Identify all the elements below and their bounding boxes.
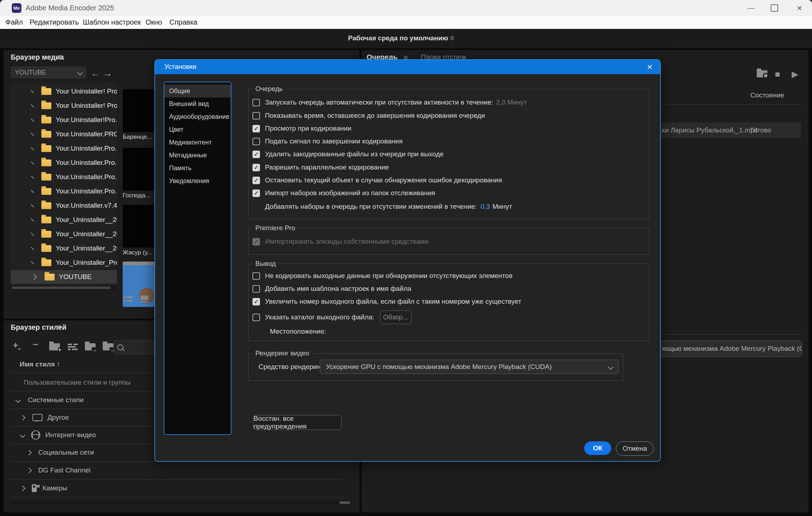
chevron-right-icon[interactable] bbox=[31, 189, 34, 193]
chevron-right-icon[interactable] bbox=[26, 450, 32, 455]
tree-row[interactable]: Your.Uninstaller.Pro.v7 bbox=[11, 170, 117, 184]
preset-settings-button[interactable] bbox=[68, 343, 78, 350]
category-memory[interactable]: Память bbox=[164, 162, 231, 174]
menu-help[interactable]: Справка bbox=[169, 18, 197, 26]
checkbox-row[interactable]: ✓ Разрешить параллельное кодирование bbox=[252, 162, 389, 173]
scrollbar-thumb[interactable] bbox=[12, 287, 111, 289]
checkbox-checked-icon[interactable]: ✓ bbox=[252, 125, 260, 132]
list-view-button[interactable] bbox=[123, 295, 133, 302]
stop-queue-button[interactable]: ■ bbox=[775, 69, 780, 79]
watch-folder-settings-button[interactable] bbox=[757, 70, 767, 77]
chevron-right-icon[interactable] bbox=[31, 232, 34, 236]
tree-row[interactable]: Your.Uninstaller!Pro.v7 bbox=[11, 113, 117, 127]
tree-row[interactable]: Your_Uninstaller_Pro_ bbox=[11, 256, 117, 269]
checkbox-unchecked-icon[interactable] bbox=[252, 285, 260, 293]
preset-row[interactable]: DG Fast Channel bbox=[0, 462, 359, 479]
chevron-right-icon[interactable] bbox=[31, 204, 34, 207]
remove-preset-button[interactable]: − bbox=[33, 339, 38, 350]
tree-row[interactable]: Your.Uninstaller.Pro.v7 bbox=[11, 156, 117, 170]
category-notifications[interactable]: Уведомления bbox=[164, 174, 231, 187]
category-metadata[interactable]: Метаданные bbox=[164, 149, 231, 162]
tree-row[interactable]: Your.Uninstaller.PRO.2 bbox=[11, 127, 117, 141]
checkbox-row[interactable]: Показывать время, оставшееся до завершен… bbox=[252, 110, 485, 121]
checkbox-checked-icon[interactable]: ✓ bbox=[252, 298, 260, 305]
category-color[interactable]: Цвет bbox=[164, 123, 231, 136]
export-preset-button[interactable]: → bbox=[103, 343, 113, 350]
cancel-button[interactable]: Отмена bbox=[616, 441, 654, 456]
chevron-right-icon[interactable] bbox=[20, 415, 26, 420]
menu-preset[interactable]: Шаблон настроек bbox=[83, 18, 141, 26]
forward-button[interactable]: → bbox=[103, 68, 112, 79]
checkbox-row[interactable]: ✓ Остановить текущий объект в случае обн… bbox=[252, 175, 502, 186]
scrollbar-thumb[interactable] bbox=[339, 501, 350, 504]
category-audio-hardware[interactable]: Аудиооборудование bbox=[164, 110, 231, 123]
chevron-right-icon[interactable] bbox=[31, 90, 34, 93]
checkbox-unchecked-icon[interactable] bbox=[252, 112, 260, 120]
chevron-right-icon[interactable] bbox=[26, 467, 32, 473]
back-button[interactable]: ← bbox=[91, 68, 100, 79]
menu-edit[interactable]: Редактировать bbox=[30, 18, 79, 26]
minimize-button[interactable]: — bbox=[740, 0, 762, 16]
browse-button[interactable]: Обзор... bbox=[380, 310, 412, 324]
chevron-down-icon[interactable] bbox=[20, 432, 26, 438]
checkbox-checked-icon[interactable]: ✓ bbox=[252, 151, 260, 158]
checkbox-unchecked-icon[interactable] bbox=[252, 272, 260, 280]
thumbnail-view-button[interactable] bbox=[141, 295, 148, 302]
media-thumbnail[interactable]: Баренце... bbox=[123, 89, 155, 141]
tree-row[interactable]: Your_Uninstaller__200 bbox=[11, 242, 117, 255]
chevron-right-icon[interactable] bbox=[31, 161, 34, 164]
status-column-header[interactable]: Состояние bbox=[750, 91, 784, 99]
category-media[interactable]: Медиаконтент bbox=[164, 136, 231, 149]
dialog-title-bar[interactable]: Установки ✕ bbox=[155, 60, 660, 74]
tree-row[interactable]: Your_Uninstaller__200 bbox=[11, 213, 117, 227]
preset-browser-menu-icon[interactable]: ≡ bbox=[57, 323, 61, 331]
start-queue-button[interactable]: ▶ bbox=[792, 69, 798, 79]
import-preset-button[interactable]: → bbox=[85, 343, 96, 350]
checkbox-row[interactable]: ✓ Просмотр при кодировании bbox=[252, 123, 351, 134]
media-thumbnail[interactable]: Жасур (у... bbox=[123, 205, 155, 256]
new-group-button[interactable]: + bbox=[49, 343, 60, 350]
chevron-right-icon[interactable] bbox=[31, 175, 34, 178]
checkbox-row[interactable]: Запускать очередь автоматически при отсу… bbox=[252, 97, 527, 108]
workspace-menu-icon[interactable]: ≡ bbox=[450, 34, 454, 42]
chevron-right-icon[interactable] bbox=[31, 147, 34, 150]
media-source-dropdown[interactable]: YOUTUBE bbox=[11, 66, 86, 79]
checkbox-row[interactable]: ✓ Удалить закодированные файлы из очеред… bbox=[252, 149, 444, 160]
output-directory-row[interactable]: Указать каталог выходного файла: Обзор..… bbox=[252, 310, 412, 324]
tree-row[interactable]: Your_Uninstaller__200 bbox=[11, 227, 117, 241]
chevron-right-icon[interactable] bbox=[31, 274, 37, 280]
add-preset-button[interactable]: +▾ bbox=[13, 340, 20, 351]
checkbox-checked-icon[interactable]: ✓ bbox=[252, 189, 260, 197]
watch-interval-value[interactable]: 0,3 bbox=[480, 203, 490, 211]
chevron-down-icon[interactable] bbox=[15, 397, 21, 403]
tree-row[interactable]: Your Uninstaller! Pro 7 bbox=[11, 85, 117, 98]
chevron-right-icon[interactable] bbox=[31, 247, 34, 250]
checkbox-row[interactable]: Не кодировать выходные данные при обнару… bbox=[252, 270, 512, 281]
maximize-button[interactable] bbox=[764, 0, 785, 16]
checkbox-row[interactable]: Добавить имя шаблона настроек в имя файл… bbox=[252, 283, 411, 294]
tree-row-selected[interactable]: YOUTUBE bbox=[11, 270, 117, 284]
checkbox-unchecked-icon[interactable] bbox=[252, 138, 260, 145]
chevron-right-icon[interactable] bbox=[31, 104, 34, 107]
checkbox-checked-icon[interactable]: ✓ bbox=[252, 177, 260, 184]
media-thumbnail[interactable]: Господа... bbox=[123, 148, 155, 199]
checkbox-row[interactable]: ✓ Увеличить номер выходного файла, если … bbox=[252, 296, 521, 307]
chevron-right-icon[interactable] bbox=[31, 118, 34, 121]
dialog-close-button[interactable]: ✕ bbox=[644, 62, 655, 72]
tree-row[interactable]: Your Uninstaller! Pro v bbox=[11, 99, 117, 112]
category-appearance[interactable]: Внешний вид bbox=[164, 97, 231, 110]
checkbox-row[interactable]: ✓ Импорт наборов изображений из папок от… bbox=[252, 188, 435, 198]
preset-row[interactable]: Камеры bbox=[0, 480, 359, 497]
menu-file[interactable]: Файл bbox=[5, 18, 23, 26]
checkbox-unchecked-icon[interactable] bbox=[252, 99, 260, 106]
checkbox-checked-icon[interactable]: ✓ bbox=[252, 164, 260, 171]
chevron-right-icon[interactable] bbox=[31, 132, 34, 136]
tree-row[interactable]: Your.Uninstaller.Pro.v7 bbox=[11, 184, 117, 198]
chevron-right-icon[interactable] bbox=[31, 218, 34, 221]
tree-row[interactable]: Your.Uninstaller.v7.4.2( bbox=[11, 199, 117, 212]
checkbox-unchecked-icon[interactable] bbox=[252, 314, 260, 321]
preset-horizontal-scrollbar[interactable] bbox=[11, 501, 351, 505]
tree-row[interactable]: Your.Uninstaller.Pro.v7 bbox=[11, 142, 117, 155]
media-browser-menu-icon[interactable]: ≡ bbox=[58, 53, 62, 61]
menu-window[interactable]: Окно bbox=[145, 18, 162, 26]
